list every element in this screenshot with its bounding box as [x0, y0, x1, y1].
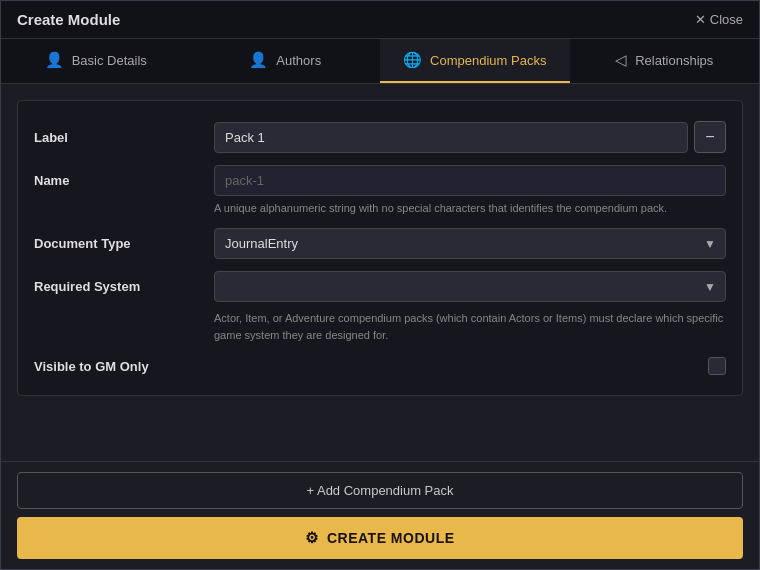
- tab-relationships[interactable]: ◁ Relationships: [570, 39, 760, 83]
- visible-gm-label: Visible to GM Only: [34, 359, 214, 374]
- modal-content: Label − Name A unique alphanumeric strin…: [1, 84, 759, 461]
- remove-pack-button[interactable]: −: [694, 121, 726, 153]
- document-type-select[interactable]: JournalEntry Actor Item Scene RollTable …: [214, 228, 726, 259]
- close-button[interactable]: ✕ Close: [695, 12, 743, 27]
- pack-card: Label − Name A unique alphanumeric strin…: [17, 100, 743, 396]
- create-module-label: CREATE MODULE: [327, 530, 455, 546]
- required-system-select-wrapper: ▼: [214, 271, 726, 302]
- gear-icon: ⚙: [305, 529, 319, 547]
- name-hint: A unique alphanumeric string with no spe…: [34, 202, 726, 214]
- modal-title: Create Module: [17, 11, 120, 28]
- tab-basic-details[interactable]: 👤 Basic Details: [1, 39, 191, 83]
- required-system-group: ▼: [214, 271, 726, 302]
- add-compendium-pack-button[interactable]: + Add Compendium Pack: [17, 472, 743, 509]
- required-system-select[interactable]: [214, 271, 726, 302]
- name-input-group: [214, 165, 726, 196]
- document-type-row: Document Type JournalEntry Actor Item Sc…: [34, 228, 726, 259]
- compendium-packs-icon: 🌐: [403, 51, 422, 69]
- tab-relationships-label: Relationships: [635, 53, 713, 68]
- required-system-label: Required System: [34, 279, 214, 294]
- create-module-button[interactable]: ⚙ CREATE MODULE: [17, 517, 743, 559]
- name-input[interactable]: [214, 165, 726, 196]
- name-row: Name: [34, 165, 726, 196]
- modal-header: Create Module ✕ Close: [1, 1, 759, 39]
- required-system-row: Required System ▼: [34, 271, 726, 302]
- label-input-group: −: [214, 121, 726, 153]
- modal-footer: + Add Compendium Pack ⚙ CREATE MODULE: [1, 461, 759, 569]
- tab-compendium-packs[interactable]: 🌐 Compendium Packs: [380, 39, 570, 83]
- document-type-select-wrapper: JournalEntry Actor Item Scene RollTable …: [214, 228, 726, 259]
- label-field-label: Label: [34, 130, 214, 145]
- visible-gm-row: Visible to GM Only: [34, 357, 726, 375]
- label-input[interactable]: [214, 122, 688, 153]
- relationships-icon: ◁: [615, 51, 627, 69]
- tab-basic-details-label: Basic Details: [72, 53, 147, 68]
- create-module-modal: Create Module ✕ Close 👤 Basic Details 👤 …: [0, 0, 760, 570]
- label-row: Label −: [34, 121, 726, 153]
- name-field-label: Name: [34, 173, 214, 188]
- tab-authors[interactable]: 👤 Authors: [191, 39, 381, 83]
- required-system-hint: Actor, Item, or Adventure compendium pac…: [34, 310, 726, 343]
- visible-gm-checkbox[interactable]: [708, 357, 726, 375]
- authors-icon: 👤: [249, 51, 268, 69]
- document-type-group: JournalEntry Actor Item Scene RollTable …: [214, 228, 726, 259]
- tab-bar: 👤 Basic Details 👤 Authors 🌐 Compendium P…: [1, 39, 759, 84]
- tab-authors-label: Authors: [276, 53, 321, 68]
- basic-details-icon: 👤: [45, 51, 64, 69]
- document-type-label: Document Type: [34, 236, 214, 251]
- tab-compendium-packs-label: Compendium Packs: [430, 53, 546, 68]
